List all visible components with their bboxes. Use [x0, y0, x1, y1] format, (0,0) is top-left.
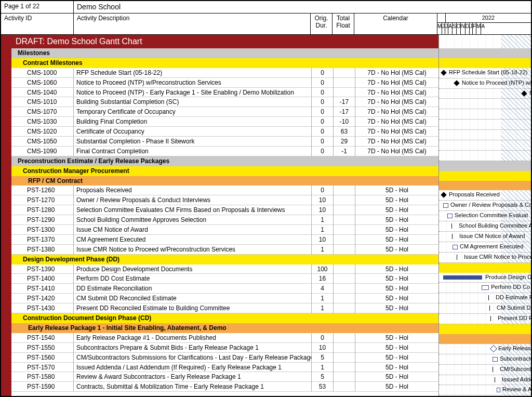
month-cell: M [476, 23, 481, 34]
cell-calendar: 5D - Hol [355, 363, 438, 373]
cell-calendar: 5D - Hol [355, 382, 438, 392]
cell-description: Owner / Review Proposals & Conduct Inter… [74, 195, 312, 205]
milestone-diamond-icon [454, 80, 459, 86]
cell-total-float: -10 [334, 117, 355, 127]
cell-description: Final Contract Completion [74, 147, 312, 156]
gantt-label: Perform DD Co [491, 284, 530, 290]
cell-activity-id: CMS-1030 [11, 117, 74, 127]
cell-orig-dur: 1 [312, 363, 334, 373]
activity-row: PST-1300Issue CM Notice of Award15D - Ho… [11, 225, 438, 235]
cell-orig-dur: 16 [312, 274, 334, 284]
cell-activity-id: PST-1590 [11, 382, 74, 392]
cell-orig-dur: 0 [312, 97, 334, 107]
month-cell: A [448, 23, 453, 34]
short-task-icon [490, 316, 491, 321]
gantt-label: Present DD Re [498, 315, 532, 321]
activity-row: CMS-1040Notice to Proceed (NTP) - Early … [11, 88, 438, 98]
month-cell: O [457, 23, 461, 34]
cell-orig-dur: 10 [312, 195, 334, 205]
milestone-open-diamond-icon [490, 345, 497, 352]
cell-activity-id: PST-1400 [11, 274, 74, 284]
cell-total-float [334, 274, 355, 284]
gantt-label: CM/Subcontra [500, 366, 532, 372]
cell-orig-dur: 10 [312, 205, 334, 215]
cell-description: Issue CMR Notice to Proceed w/Preconstru… [74, 245, 312, 255]
cell-activity-id: PST-1430 [11, 303, 74, 313]
activity-row: PST-1580Review & Award Subcontractors - … [11, 372, 438, 382]
short-task-icon [457, 255, 457, 260]
cell-calendar: 5D - Hol [355, 245, 438, 255]
activity-row: CMS-1050Substantial Completion - Phase I… [11, 137, 438, 147]
cell-orig-dur: 10 [312, 235, 334, 245]
cell-description: Notice to Proceed (NTP) w/Preconstructio… [74, 78, 312, 88]
milestone-diamond-icon [441, 70, 446, 75]
col-activity-desc: Activity Description [74, 14, 311, 34]
gantt-lane: CM Submit DD [439, 303, 532, 314]
short-task-icon [493, 367, 493, 372]
cell-activity-id: CMS-1020 [11, 127, 74, 137]
cell-calendar: 7D - No Hol (MS Cal) [355, 97, 438, 107]
gantt-lane [439, 151, 532, 161]
gantt-area: RFP Schedule Start (05-18-22)Notice to P… [438, 35, 532, 396]
gantt-label: Proposals Received [449, 191, 500, 197]
cell-orig-dur: 1 [312, 294, 334, 303]
cell-orig-dur: 0 [312, 333, 334, 343]
cell-total-float: 63 [334, 127, 355, 137]
cell-orig-dur: 0 [312, 78, 334, 88]
cell-activity-id: CMS-1000 [11, 68, 74, 78]
gantt-lane: Early Release P [439, 344, 532, 354]
cell-total-float [334, 303, 355, 313]
month-cell: M [437, 23, 442, 34]
cell-activity-id: PST-1370 [11, 235, 74, 245]
cell-total-float [334, 264, 355, 274]
cell-orig-dur: 0 [312, 107, 334, 117]
cell-total-float [334, 225, 355, 235]
gantt-lane: Produce Design D [439, 273, 532, 283]
cell-total-float: -1 [334, 147, 355, 156]
cell-calendar: 7D - No Hol (MS Cal) [355, 137, 438, 147]
section-header: RFP / CM Contract [11, 176, 438, 186]
top-header: Page 1 of 22 Demo School [1, 1, 531, 14]
task-bar [447, 214, 453, 218]
section-header: Early Release Package 1 - Initial Site E… [11, 323, 438, 333]
cell-activity-id: PST-1580 [11, 372, 74, 382]
activity-row: CMS-1030Building Final Completion0-107D … [11, 117, 438, 127]
task-bar [497, 388, 500, 392]
cell-description: Proposals Received [74, 186, 312, 195]
cell-orig-dur: 10 [312, 343, 334, 353]
cell-description: Building Substantial Completion (SC) [74, 97, 312, 107]
activity-row: PST-1560CM/Subcontractors Submissions fo… [11, 353, 438, 363]
activity-row: PST-1380Issue CMR Notice to Proceed w/Pr… [11, 245, 438, 255]
cell-description: CM/Subcontractors Submissions for Clarif… [74, 353, 312, 363]
gantt-label: Notice to Proceed (NTP) w/P [462, 80, 532, 86]
cell-description: CM Agreement Executed [74, 235, 312, 245]
gantt-lane: Issue CMR Notice to Procee [439, 253, 532, 263]
section-header: Construction Document Design Phase (CD) [11, 313, 438, 323]
cell-description: Produce Design Development Documents [74, 264, 312, 274]
col-activity-id: Activity ID [1, 14, 74, 34]
col-orig-dur: Orig.Dur. [311, 14, 332, 34]
gantt-label: RFP Schedule Start (05-18-22) [449, 69, 527, 75]
gantt-label: Subcontractor [500, 355, 532, 362]
school-name: Demo School [74, 1, 531, 14]
cell-activity-id: PST-1540 [11, 333, 74, 343]
cell-activity-id: CMS-1040 [11, 88, 74, 98]
activity-row: PST-1570Issued Addenda / Last Addendum (… [11, 363, 438, 373]
gantt-label: Owner / Review Proposals & Co [450, 202, 532, 208]
cell-description: Review & Award Subcontractors - Early Re… [74, 372, 312, 382]
cell-calendar: 7D - No Hol (MS Cal) [355, 78, 438, 88]
gantt-lane [439, 140, 532, 151]
page-indicator: Page 1 of 22 [1, 1, 74, 14]
left-red-strip [1, 35, 11, 396]
cell-calendar: 5D - Hol [355, 225, 438, 235]
cell-calendar: 5D - Hol [355, 343, 438, 353]
gantt-lane: Issued Addend [439, 375, 532, 386]
cell-total-float [334, 195, 355, 205]
cell-description: Certificate of Occupancy [74, 127, 312, 137]
milestone-diamond-icon [521, 90, 527, 96]
gantt-label: Issued Addend [502, 376, 532, 382]
year-label: 2022 [446, 14, 531, 22]
gantt-label: Issue CM Notice of Award [459, 233, 525, 239]
cell-calendar: 5D - Hol [355, 215, 438, 225]
short-task-icon [488, 295, 489, 300]
